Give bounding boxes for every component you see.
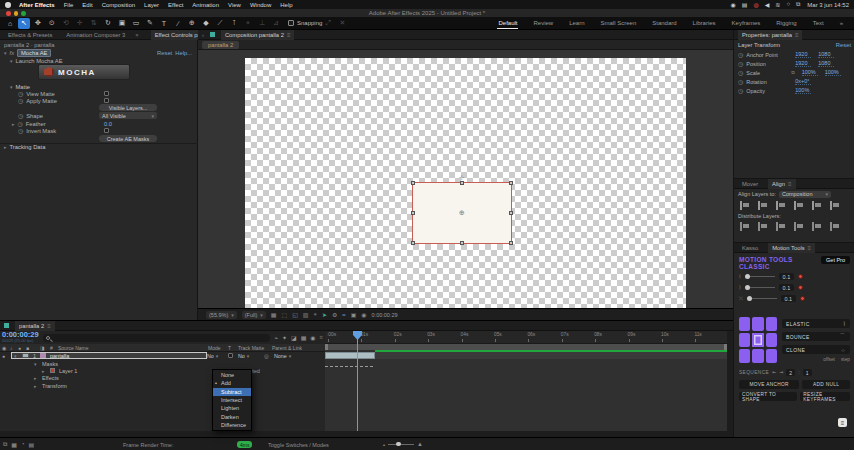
menu-layer[interactable]: Layer	[144, 2, 159, 8]
axis-mode-view[interactable]: ⊿	[270, 18, 282, 29]
spotlight-icon[interactable]: ○	[786, 1, 790, 8]
align-bottom-icon[interactable]	[830, 201, 840, 210]
anchor-grid-cell[interactable]	[766, 317, 777, 331]
draft-3d-icon[interactable]: ✦	[282, 334, 287, 341]
stopwatch-icon[interactable]: ◷	[738, 78, 743, 85]
project-flowchart-icon[interactable]: ⧉	[3, 441, 7, 448]
slider-track[interactable]	[747, 298, 777, 299]
link-dimensions-icon[interactable]: ⧉	[791, 70, 794, 75]
offset-label[interactable]: offset	[823, 357, 835, 362]
view-matte-checkbox[interactable]	[104, 91, 109, 96]
roto-brush-tool[interactable]: ⟋	[214, 18, 226, 29]
mask-handle[interactable]	[509, 181, 513, 185]
brush-tool[interactable]: ∕	[172, 18, 184, 29]
mode-menu-item-darken[interactable]: Darken	[213, 412, 251, 420]
workspace-keyframes[interactable]: Keyframes	[731, 18, 762, 28]
twirl-right-icon[interactable]: ▸	[12, 121, 15, 127]
align-right-icon[interactable]	[776, 201, 786, 210]
apple-menu-icon[interactable]	[5, 2, 11, 8]
zoom-slider-knob[interactable]	[396, 442, 401, 447]
mask-name[interactable]: Layer 1	[59, 368, 77, 374]
menu-effect[interactable]: Effect	[168, 2, 183, 8]
menu-edit[interactable]: Edit	[82, 2, 92, 8]
workspace-rigging[interactable]: Rigging	[775, 18, 797, 28]
mask-handle[interactable]	[411, 241, 415, 245]
tab-mover[interactable]: Mover	[738, 179, 762, 189]
mask-color-swatch[interactable]	[50, 368, 55, 373]
zoom-about-tool[interactable]: ⤢	[322, 18, 334, 29]
panel-menu-icon[interactable]: ≡	[788, 181, 792, 187]
rulers-icon[interactable]: ⌖	[314, 311, 317, 318]
twirl-down-icon[interactable]: ▾	[10, 84, 13, 90]
anchor-grid-cell[interactable]	[752, 349, 763, 363]
workspace-default[interactable]: Default	[497, 18, 518, 29]
stopwatch-icon[interactable]: ◷	[18, 120, 23, 127]
effect-name[interactable]: Mocha AE	[17, 49, 51, 57]
mode-menu-item-intersect[interactable]: Intersect	[213, 396, 251, 404]
distribute-horizontal-center-icon[interactable]	[758, 222, 768, 231]
effects-twirl-icon[interactable]: ▸	[34, 375, 37, 381]
workspace-small-screen[interactable]: Small Screen	[600, 18, 638, 28]
property-value[interactable]: 100%	[825, 69, 841, 76]
help-link[interactable]: Help...	[175, 50, 192, 56]
hand-tool[interactable]: ✥	[32, 18, 44, 29]
align-to-dropdown[interactable]: Composition ▾	[779, 191, 831, 198]
close-panel-icon[interactable]: ×	[135, 32, 138, 38]
slider-track[interactable]	[745, 276, 775, 277]
feather-value[interactable]: 0.0	[104, 121, 112, 127]
menu-window[interactable]: Window	[250, 2, 271, 8]
anchor-grid-cell[interactable]	[739, 349, 750, 363]
rotation-tool[interactable]: ↻	[102, 18, 114, 29]
twirl-down-icon[interactable]: ▾	[10, 58, 13, 64]
layer-label-color[interactable]	[22, 353, 29, 358]
workspace-learn[interactable]: Learn	[568, 18, 585, 28]
distribute-top-icon[interactable]	[794, 222, 804, 231]
sequence-reverse-icon[interactable]: ⇥	[779, 370, 783, 375]
tab-properties[interactable]: Properties: pantalla ≡	[738, 30, 802, 40]
convert-to-shape-button[interactable]: CONVERT TO SHAPE	[739, 392, 797, 401]
snapping-checkbox[interactable]	[288, 20, 294, 26]
stopwatch-icon[interactable]: ◷	[18, 112, 23, 119]
layer-parent-dropdown[interactable]: None▾	[274, 353, 291, 359]
time-ruler[interactable]: :00s01s02s03s04s05s06s07s08s09s10s11s12s	[325, 331, 727, 344]
info-icon[interactable]: ◔	[21, 441, 25, 448]
elastic-button[interactable]: ELASTIC⌇	[782, 319, 850, 328]
tab-animation-composer[interactable]: Animation Composer 3	[62, 30, 129, 40]
mask-handle[interactable]	[411, 211, 415, 215]
panel-menu-icon[interactable]: ≡	[47, 323, 51, 329]
add-null-button[interactable]: ADD NULL	[802, 380, 850, 389]
layer-name[interactable]: pantalla	[50, 353, 69, 359]
axis-mode-world[interactable]: ⊥	[256, 18, 268, 29]
effects-group-row[interactable]: ▸ Effects	[0, 375, 325, 383]
playhead-line[interactable]	[357, 331, 358, 431]
panel-menu-icon[interactable]: ≡	[808, 245, 812, 251]
folder-icon[interactable]: ▤	[29, 441, 35, 448]
zoom-in-mountain-icon[interactable]: ▲	[417, 441, 423, 447]
bounce-button[interactable]: BOUNCE⌒	[782, 332, 850, 341]
pen-tool[interactable]: ✎	[144, 18, 156, 29]
type-tool[interactable]: T	[158, 18, 170, 29]
mode-column-header[interactable]: Mode	[208, 345, 221, 351]
shy-layers-icon[interactable]: ◪	[291, 334, 297, 341]
snapping-control[interactable]: Snapping	[288, 20, 322, 26]
mask-handle[interactable]	[509, 241, 513, 245]
magnification-dropdown[interactable]: (55.9%)▾	[206, 311, 237, 319]
distribute-bottom-icon[interactable]	[830, 222, 840, 231]
align-horizontal-center-icon[interactable]	[758, 201, 768, 210]
masks-twirl-icon[interactable]: ▾	[34, 361, 37, 367]
anchor-grid-cell[interactable]	[766, 333, 777, 347]
motion-tools-logo-icon[interactable]: ≡	[838, 418, 847, 427]
property-value[interactable]: 100%	[795, 87, 811, 94]
orbit-camera-tool[interactable]: ⟲	[60, 18, 72, 29]
mask-handle[interactable]	[509, 211, 513, 215]
toggle-switches-button[interactable]: Toggle Switches / Modes	[268, 442, 329, 448]
transparency-checkerboard[interactable]: ⊕ ⊹	[245, 58, 686, 308]
record-button[interactable]	[800, 296, 805, 301]
layer-twirl-icon[interactable]: ▾	[14, 353, 17, 359]
mode-menu-item-subtract[interactable]: Subtract	[213, 388, 251, 396]
source-name-column-header[interactable]: Source Name	[58, 345, 89, 351]
workspace-overflow-icon[interactable]: »	[839, 18, 844, 28]
mask-twirl-icon[interactable]: ▸	[42, 368, 45, 374]
step-label[interactable]: step	[841, 357, 850, 362]
zoom-slider-track[interactable]	[388, 444, 414, 445]
